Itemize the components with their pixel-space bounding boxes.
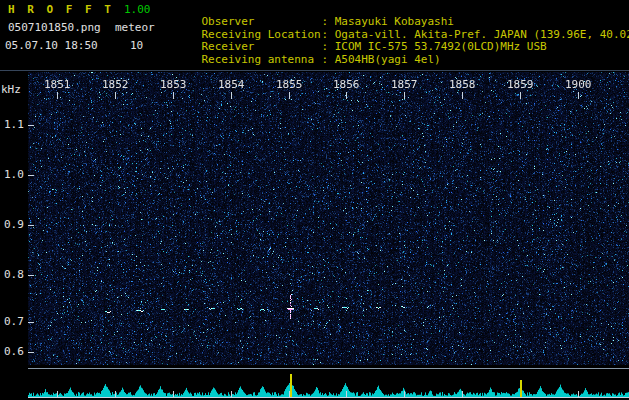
hrofft-screen: H R O F F T 1.00 0507101850.png meteor 0…: [0, 0, 629, 400]
time-tick-label: 1859: [507, 79, 534, 91]
station-label: Receiving antenna: [202, 54, 322, 66]
app-version: 1.00: [124, 4, 151, 16]
duration: 10: [130, 40, 143, 52]
time-tick-label: 1856: [333, 79, 360, 91]
time-tick-label: 1852: [102, 79, 129, 91]
signal-level-canvas: [28, 374, 629, 400]
freq-tick-label: 0.7: [4, 316, 24, 328]
freq-tick-label: 0.9: [4, 219, 24, 231]
time-tick-label: 1853: [160, 79, 187, 91]
datetime: 05.07.10 18:50: [5, 40, 98, 52]
freq-tick-label: 0.8: [4, 269, 24, 281]
freq-tick-label: 0.6: [4, 346, 24, 358]
time-tick-label: 1854: [218, 79, 245, 91]
strip-separator-line: [28, 368, 629, 369]
time-tick-label: 1851: [44, 79, 71, 91]
mode-label: meteor: [115, 22, 155, 34]
time-tick-label: 1855: [276, 79, 303, 91]
filename: 0507101850.png: [8, 22, 101, 34]
time-tick-label: 1857: [391, 79, 418, 91]
time-tick-label: 1900: [565, 79, 592, 91]
header-separator-line: [0, 70, 629, 71]
freq-tick-label: 1.1: [4, 119, 24, 131]
spectrogram-canvas: [28, 72, 629, 365]
time-tick-label: 1858: [449, 79, 476, 91]
y-axis-unit-label: kHz: [1, 84, 21, 96]
freq-tick-label: 1.0: [4, 169, 24, 181]
station-value: : A504HB(yagi 4el): [322, 53, 441, 66]
app-title: H R O F F T: [8, 4, 114, 16]
